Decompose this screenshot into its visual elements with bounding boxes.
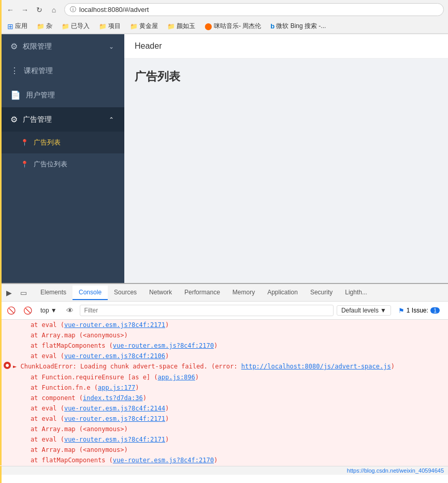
console-line: at component (index.ts?d7da:36) — [0, 393, 448, 403]
home-button[interactable]: ⌂ — [48, 4, 60, 16]
sidebar-sub-item-advert-list[interactable]: 📍 广告列表 — [0, 132, 124, 153]
bookmark-gold-label: 黄金屋 — [139, 22, 158, 31]
devtools-panel: ▶ ▭ Elements Console Sources Network Per… — [0, 283, 448, 475]
header-text: Header — [135, 41, 162, 50]
console-link[interactable]: vue-router.esm.js?8c4f:2170 — [113, 457, 214, 464]
tab-console[interactable]: Console — [73, 286, 108, 300]
context-label: top — [40, 307, 49, 314]
console-link[interactable]: vue-router.esm.js?8c4f:2171 — [64, 436, 165, 443]
bookmark-apps[interactable]: ⊞ 应用 — [4, 21, 31, 32]
console-link[interactable]: app.js:896 — [158, 374, 195, 381]
bookmark-misc[interactable]: 📁 杂 — [34, 21, 55, 32]
nav-buttons: ← → ↻ ⌂ — [4, 4, 60, 16]
header-bar: Header — [124, 34, 448, 59]
reload-button[interactable]: ↻ — [33, 4, 46, 16]
bookmark-bing-label: 微软 Bing 搜索 -... — [276, 22, 326, 31]
inspect-element-button[interactable]: ▶ — [2, 286, 16, 300]
bookmark-yan[interactable]: 📁 颜如玉 — [164, 21, 198, 32]
console-link[interactable]: app.js:177 — [98, 384, 135, 391]
folder-icon2: 📁 — [62, 23, 69, 30]
clear-console-button[interactable]: 🚫 — [4, 304, 18, 317]
context-arrow: ▼ — [51, 307, 57, 314]
sidebar-item-permissions-label: 权限管理 — [23, 42, 52, 51]
sidebar-sub-item-advert-list-label: 广告列表 — [34, 138, 61, 147]
context-selector[interactable]: top ▼ — [37, 306, 60, 315]
console-link[interactable]: vue-router.esm.js?8c4f:2171 — [64, 415, 165, 422]
console-line: at eval (vue-router.esm.js?8c4f:2171) — [0, 414, 448, 424]
console-link[interactable]: vue-router.esm.js?8c4f:2171 — [64, 321, 165, 329]
browser-toolbar: ← → ↻ ⌂ ⓘ localhost:8080/#/advert — [0, 0, 448, 19]
bookmark-yan-label: 颜如玉 — [177, 22, 195, 31]
sidebar-item-users-label: 用户管理 — [26, 91, 55, 100]
bing-icon: b — [270, 22, 274, 30]
sidebar-sub-item-advert-slot[interactable]: 📍 广告位列表 — [0, 153, 124, 175]
log-level-arrow: ▼ — [380, 307, 386, 314]
tab-lighthouse[interactable]: Lighth... — [339, 286, 373, 300]
console-link[interactable]: vue-router.esm.js?8c4f:2144 — [64, 405, 165, 412]
issue-badge[interactable]: ⚑ 1 Issue: 1 — [394, 306, 444, 316]
console-line: at eval (vue-router.esm.js?8c4f:2144) — [0, 403, 448, 414]
device-toolbar-button[interactable]: ▭ — [17, 286, 30, 300]
folder-icon: 📁 — [37, 23, 45, 30]
sidebar-item-permissions[interactable]: ⚙ 权限管理 ⌄ — [0, 34, 124, 59]
console-line: at Function.fn.e (app.js:177) — [0, 382, 448, 393]
devtools-status-bar[interactable]: https://blog.csdn.net/weixin_40594645 — [0, 466, 448, 475]
console-line: at Array.map (<anonymous>) — [0, 330, 448, 340]
migu-icon: ⬤ — [205, 22, 212, 30]
browser-chrome: ← → ↻ ⌂ ⓘ localhost:8080/#/advert ⊞ 应用 📁… — [0, 0, 448, 34]
issue-icon: ⚑ — [398, 307, 404, 315]
log-level-selector[interactable]: Default levels ▼ — [337, 305, 391, 316]
bookmark-project-label: 项目 — [108, 22, 121, 31]
permissions-icon: ⚙ — [10, 41, 18, 51]
filter-input[interactable] — [80, 305, 334, 316]
tab-sources[interactable]: Sources — [108, 286, 143, 300]
console-link[interactable]: vue-router.esm.js?8c4f:2170 — [113, 342, 214, 349]
console-toolbar: 🚫 🚫 top ▼ 👁 Default levels ▼ ⚑ 1 Issue: … — [0, 302, 448, 320]
advert-list-icon: 📍 — [21, 139, 28, 146]
filter-toggle-button[interactable]: 🚫 — [21, 304, 34, 317]
tab-performance[interactable]: Performance — [178, 286, 226, 300]
console-line: at Array.map (<anonymous>) — [0, 445, 448, 455]
tab-network[interactable]: Network — [143, 286, 178, 300]
bookmark-migu[interactable]: ⬤ 咪咕音乐- 周杰伦 — [201, 21, 264, 32]
sidebar-item-ads[interactable]: ⚙ 广告管理 ⌃ — [0, 107, 124, 132]
sidebar-sub-item-advert-slot-label: 广告位列表 — [34, 160, 67, 169]
bookmark-misc-label: 杂 — [46, 22, 52, 31]
bookmark-gold[interactable]: 📁 黄金屋 — [127, 21, 161, 32]
sidebar-item-courses[interactable]: ⋮ 课程管理 — [0, 59, 124, 83]
bookmark-project[interactable]: 📁 项目 — [96, 21, 124, 32]
bookmarks-bar: ⊞ 应用 📁 杂 📁 已导入 📁 项目 📁 黄金屋 📁 颜如玉 ⬤ 咪咕音乐- … — [0, 19, 448, 34]
chunk-error-link[interactable]: http://localhost:8080/js/advert-space.js — [241, 363, 391, 370]
sidebar-item-users[interactable]: 📄 用户管理 — [0, 83, 124, 107]
courses-icon: ⋮ — [10, 66, 19, 76]
eye-icon[interactable]: 👁 — [63, 304, 77, 317]
forward-button[interactable]: → — [19, 4, 31, 16]
console-line: at eval (vue-router.esm.js?8c4f:2106) ht… — [0, 465, 448, 466]
folder-icon4: 📁 — [130, 23, 138, 30]
console-line: at Function.requireEnsure [as e] (app.js… — [0, 372, 448, 382]
sidebar-item-courses-label: 课程管理 — [24, 66, 53, 76]
address-bar[interactable]: ⓘ localhost:8080/#/advert — [64, 3, 444, 16]
active-indicator — [0, 34, 2, 283]
console-line: at eval (vue-router.esm.js?8c4f:2171) — [0, 434, 448, 445]
bookmark-migu-label: 咪咕音乐- 周杰伦 — [214, 22, 261, 31]
console-output: at eval (vue-router.esm.js?8c4f:2171) at… — [0, 320, 448, 466]
back-button[interactable]: ← — [4, 4, 17, 16]
bookmark-apps-label: 应用 — [15, 22, 27, 31]
bookmark-imported[interactable]: 📁 已导入 — [59, 21, 93, 32]
console-link[interactable]: vue-router.esm.js?8c4f:2106 — [64, 352, 165, 360]
tab-memory[interactable]: Memory — [226, 286, 261, 300]
tab-elements[interactable]: Elements — [34, 286, 73, 300]
tab-security[interactable]: Security — [304, 286, 339, 300]
devtools-tabs: ▶ ▭ Elements Console Sources Network Per… — [0, 284, 448, 302]
tab-application[interactable]: Application — [261, 286, 304, 300]
page-content: 广告列表 — [124, 59, 448, 95]
apps-icon: ⊞ — [7, 22, 13, 31]
address-text: localhost:8080/#/advert — [79, 6, 149, 13]
console-link[interactable]: index.ts?d7da:36 — [83, 394, 143, 402]
page-title: 广告列表 — [135, 69, 438, 84]
issue-text: 1 Issue: — [407, 307, 428, 314]
bookmark-bing[interactable]: b 微软 Bing 搜索 -... — [267, 21, 329, 32]
status-bar-url: https://blog.csdn.net/weixin_40594645 — [347, 467, 444, 474]
sidebar: ⚙ 权限管理 ⌄ ⋮ 课程管理 📄 用户管理 ⚙ 广告管理 ⌃ 📍 广告列表 📍 — [0, 34, 124, 283]
